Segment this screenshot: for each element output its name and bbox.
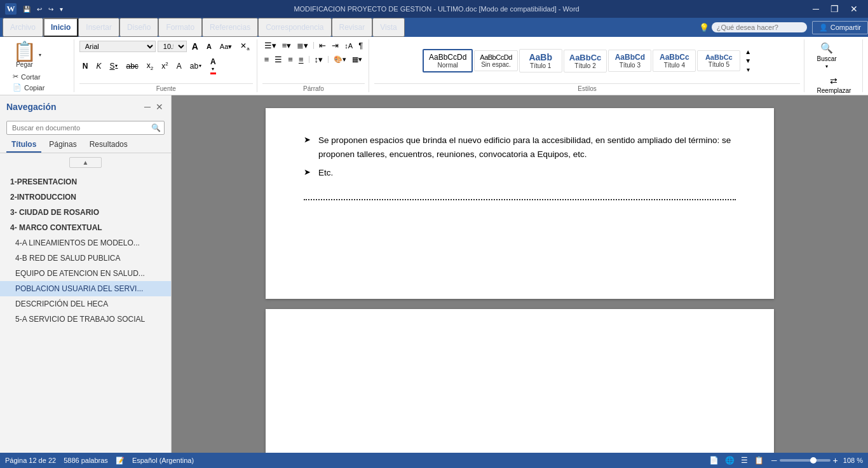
- search-help-icon: 💡: [699, 23, 709, 32]
- show-marks-button[interactable]: ¶: [356, 39, 365, 52]
- tab-formato[interactable]: Formato: [158, 18, 202, 37]
- status-bar: Página 12 de 22 5886 palabras 📝 Español …: [0, 453, 868, 468]
- multilevel-list-button[interactable]: ≣▾: [295, 39, 310, 52]
- save-quick-btn[interactable]: 💾: [20, 4, 33, 14]
- minimize-button[interactable]: ─: [808, 3, 824, 15]
- nav-tab-pages[interactable]: Páginas: [44, 137, 81, 153]
- bullet-text-2: Etc.: [318, 166, 333, 180]
- close-button[interactable]: ✕: [845, 3, 863, 15]
- share-button[interactable]: 👤 Compartir: [812, 21, 868, 34]
- nav-close-button[interactable]: ✕: [154, 100, 165, 113]
- nav-item-0[interactable]: 1-PRESENTACION: [0, 174, 171, 189]
- increase-indent-button[interactable]: ⇥: [330, 39, 341, 52]
- borders-button[interactable]: ▦▾: [350, 54, 364, 65]
- nav-item-6[interactable]: EQUIPO DE ATENCION EN SALUD...: [0, 266, 171, 281]
- view-web-button[interactable]: 🌐: [722, 455, 737, 465]
- tab-referencias[interactable]: Referencias: [202, 18, 258, 37]
- tab-revisar[interactable]: Revisar: [332, 18, 373, 37]
- tab-correspondencia[interactable]: Correspondencia: [258, 18, 331, 37]
- nav-search-input[interactable]: [6, 121, 165, 135]
- style-no-spacing[interactable]: AaBbCcDd Sin espac.: [474, 50, 517, 71]
- change-case-button[interactable]: Aa▾: [217, 41, 235, 53]
- page-info: Página 12 de 22: [5, 457, 56, 464]
- cut-button[interactable]: ✂ Cortar: [11, 72, 70, 81]
- nav-tab-titles[interactable]: Títulos: [6, 137, 41, 153]
- bullet-arrow-1: ➤: [304, 134, 311, 161]
- find-button[interactable]: 🔍 Buscar ▾: [813, 39, 841, 72]
- customize-quick-btn[interactable]: ▾: [57, 4, 65, 14]
- style-heading4[interactable]: AaBbCc Título 4: [653, 50, 696, 72]
- bold-button[interactable]: N: [79, 60, 92, 72]
- style-heading1[interactable]: AaBb Título 1: [519, 49, 562, 72]
- align-left-button[interactable]: ≡: [262, 53, 271, 65]
- tab-vista[interactable]: Vista: [372, 18, 404, 37]
- styles-expand[interactable]: ▾: [744, 65, 752, 74]
- tab-inicio[interactable]: Inicio: [43, 18, 78, 37]
- tab-archivo[interactable]: Archivo: [3, 18, 43, 37]
- styles-scroll-up[interactable]: ▲: [744, 48, 752, 56]
- nav-collapse-button[interactable]: ▲: [69, 157, 102, 168]
- nav-tab-results[interactable]: Resultados: [85, 137, 133, 153]
- nav-item-1[interactable]: 2-INTRODUCCION: [0, 189, 171, 205]
- decrease-indent-button[interactable]: ⇤: [317, 39, 328, 52]
- nav-item-5[interactable]: 4-B RED DE SALUD PUBLICA: [0, 251, 171, 266]
- strikethrough-button[interactable]: abc: [123, 60, 141, 72]
- font-color-button[interactable]: A▾: [207, 55, 219, 76]
- style-normal[interactable]: AaBbCcDd Normal: [423, 49, 473, 72]
- align-right-button[interactable]: ≡: [286, 53, 295, 65]
- spelling-icon[interactable]: 📝: [116, 457, 125, 465]
- nav-item-7[interactable]: POBLACION USUARIA DEL SERVI...: [0, 281, 171, 296]
- nav-item-9[interactable]: 5-A SERVICIO DE TRABAJO SOCIAL: [0, 312, 171, 327]
- nav-item-8[interactable]: DESCRIPCIÓN DEL HECA: [0, 296, 171, 312]
- font-name-select[interactable]: Arial: [79, 41, 156, 52]
- view-draft-button[interactable]: 📋: [752, 455, 766, 465]
- style-heading2[interactable]: AaBbCc Título 2: [564, 50, 607, 72]
- numbering-button[interactable]: ≡▾: [280, 39, 294, 52]
- justify-button[interactable]: ≡: [297, 53, 306, 65]
- style-heading3[interactable]: AaBbCd Título 3: [608, 50, 651, 72]
- italic-button[interactable]: K: [93, 60, 104, 72]
- para-sep3: [328, 56, 329, 63]
- redo-quick-btn[interactable]: ↪: [46, 4, 56, 14]
- ribbon-tab-bar: Archivo Inicio Insertar Diseño Formato R…: [0, 18, 868, 37]
- nav-item-4[interactable]: 4-A LINEAMIENTOS DE MODELO...: [0, 235, 171, 251]
- superscript-button[interactable]: x2: [158, 59, 171, 72]
- document-title: MODIFICACION PROYECTO DE GESTION - ULTIM…: [65, 5, 808, 13]
- view-print-button[interactable]: 📄: [707, 455, 721, 465]
- zoom-out-button[interactable]: ─: [771, 456, 777, 465]
- subscript-button[interactable]: x2: [144, 59, 156, 73]
- paste-button[interactable]: 📋 Pegar ▾: [9, 39, 45, 71]
- zoom-percent[interactable]: 108 %: [843, 457, 863, 464]
- style-heading5[interactable]: AaBbCc Título 5: [697, 50, 740, 71]
- ribbon-search-input[interactable]: [712, 22, 807, 32]
- nav-item-3[interactable]: 4- MARCO CONTEXTUAL: [0, 220, 171, 235]
- line-spacing-button[interactable]: ↕▾: [313, 53, 325, 65]
- shading-button[interactable]: 🎨▾: [332, 54, 348, 65]
- tab-diseno[interactable]: Diseño: [119, 18, 158, 37]
- view-outline-button[interactable]: ☰: [738, 455, 750, 465]
- sort-button[interactable]: ↕A: [342, 41, 355, 51]
- document-area[interactable]: ➤ Se proponen espacios que brinda el nue…: [172, 95, 868, 453]
- decrease-font-button[interactable]: A: [203, 41, 215, 52]
- styles-scroll-down[interactable]: ▼: [744, 57, 752, 65]
- font-size-select[interactable]: 10.5: [158, 41, 187, 52]
- replace-icon: ⇄: [830, 76, 837, 86]
- nav-pin-button[interactable]: ─: [143, 100, 152, 113]
- bullets-button[interactable]: ☰▾: [262, 39, 278, 52]
- language[interactable]: Español (Argentina): [132, 457, 194, 464]
- text-effects-button[interactable]: A: [173, 60, 185, 72]
- align-center-button[interactable]: ☰: [273, 53, 284, 65]
- copy-button[interactable]: 📄 Copiar: [11, 83, 70, 92]
- underline-button[interactable]: S▾: [106, 60, 121, 72]
- increase-font-button[interactable]: A: [189, 39, 201, 53]
- replace-button[interactable]: ⇄ Reemplazar: [813, 73, 855, 97]
- highlight-button[interactable]: ab▾: [187, 60, 205, 72]
- undo-quick-btn[interactable]: ↩: [34, 4, 44, 14]
- restore-button[interactable]: ❒: [825, 3, 844, 15]
- nav-item-2[interactable]: 3- CIUDAD DE ROSARIO: [0, 205, 171, 220]
- tab-insertar[interactable]: Insertar: [78, 18, 119, 37]
- clear-format-button[interactable]: ✕a: [237, 39, 252, 53]
- word-icon: W: [5, 3, 17, 15]
- zoom-in-button[interactable]: +: [833, 455, 838, 465]
- zoom-track[interactable]: [780, 459, 831, 462]
